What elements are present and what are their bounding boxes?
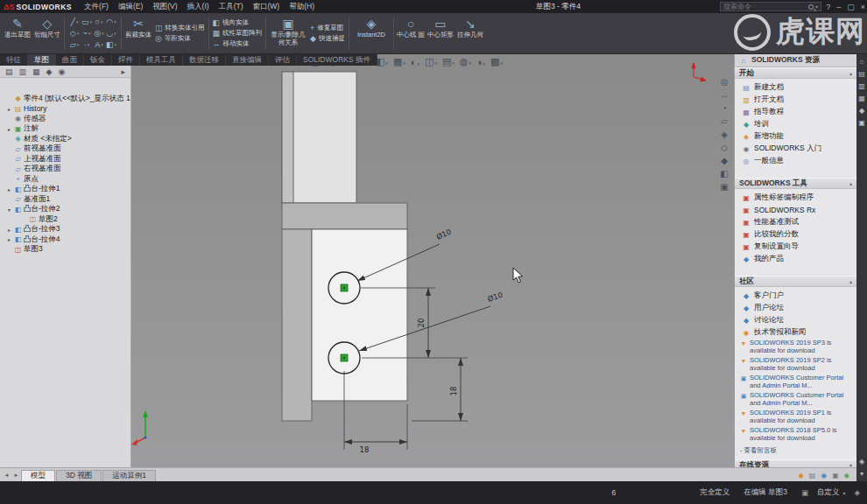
status-custom[interactable]: 自定义	[817, 487, 840, 498]
section-view-icon[interactable]: ◧▾	[376, 56, 388, 67]
search-chevron-icon[interactable]: ▾	[815, 4, 818, 10]
wireframe-icon[interactable]: ◇	[721, 143, 728, 152]
dimension-text-18h[interactable]: 18	[360, 445, 370, 454]
smart-dimension[interactable]: ◇ 智能尺寸	[32, 15, 62, 52]
expand-arrow-icon[interactable]: ▾	[6, 206, 12, 213]
expand-arrow-icon[interactable]: ▸	[6, 236, 12, 242]
training[interactable]: ◆ 培训	[735, 118, 856, 130]
graphics-viewport[interactable]: Ø10 Ø10 20 18 18 ▧▾ ◎▾ ⊕▾ ◔▾	[131, 54, 734, 481]
forum-tab-icon[interactable]: ◈	[859, 458, 864, 466]
expand-pane-icon[interactable]: ▸	[121, 67, 125, 76]
my-products[interactable]: ◆ 我的产品	[735, 253, 856, 265]
viewport-canvas[interactable]: Ø10 Ø10 20 18 18	[131, 54, 734, 481]
sketch-point-1[interactable]	[341, 284, 348, 291]
sync-tray-icon[interactable]: ◆	[799, 472, 804, 480]
technical-alerts-news[interactable]: ◉ 技术警报和新闻	[735, 326, 856, 339]
dimension-text-dia2[interactable]: Ø10	[486, 290, 504, 304]
tab-scroll-left-icon[interactable]: ◂	[2, 472, 11, 481]
news-link[interactable]: ▣ SOLIDWORKS Customer Portal and Admin P…	[735, 374, 856, 391]
hide-show-items-icon[interactable]: ◫▾	[425, 56, 437, 67]
tree-item-origin[interactable]: + 原点	[2, 174, 130, 185]
menu-item[interactable]: 窗口(W)	[252, 2, 279, 12]
text-icon[interactable]: A▾	[93, 39, 105, 51]
property-tab-builder[interactable]: ▣ 属性标签编制程序	[735, 192, 856, 204]
shaded-icon[interactable]: ◆	[721, 156, 728, 165]
tab-scroll-right-icon[interactable]: ▸	[11, 472, 21, 481]
model-face-slab[interactable]	[282, 203, 407, 229]
appearances-tab-icon[interactable]: ◆	[859, 107, 864, 115]
convert-entities[interactable]: ◫ 转换实体引用	[155, 24, 205, 32]
customer-portal[interactable]: ◆ 客户门户	[735, 290, 856, 302]
solidworks-rx[interactable]: ▣ SOLIDWORKS Rx	[735, 204, 856, 216]
performance-benchmark[interactable]: ▣ 性能基准测试	[735, 216, 856, 228]
general-information[interactable]: ◎ 一般信息	[735, 155, 856, 167]
search-input[interactable]	[723, 3, 807, 10]
expand-arrow-icon[interactable]: ▸	[6, 106, 12, 112]
dimension-text-dia1[interactable]: Ø10	[435, 228, 453, 242]
command-tab[interactable]: 钣金	[84, 54, 112, 66]
new-document[interactable]: ▤ 新建文档	[735, 81, 856, 94]
mirror-entities[interactable]: ◧ 镜向实体	[213, 18, 263, 27]
menu-item[interactable]: 帮助(H)	[289, 2, 314, 12]
command-tab[interactable]: SOLIDWORKS 插件	[297, 54, 377, 66]
help-button[interactable]: ?	[826, 3, 830, 11]
user-groups[interactable]: ◆ 用户论坛	[735, 302, 856, 314]
apply-scene-icon[interactable]: ◍▾	[460, 56, 471, 67]
tree-item-top-plane[interactable]: ▱ 上视基准面	[2, 154, 130, 164]
minimize-button[interactable]: –	[836, 3, 841, 11]
line-icon[interactable]: ╱▾	[68, 17, 81, 28]
expand-arrow-icon[interactable]: ▸	[6, 126, 12, 132]
mirror-tool-icon[interactable]: ◧▾	[105, 39, 117, 51]
command-tab[interactable]: 草图	[28, 54, 56, 66]
command-tab[interactable]: 焊件	[112, 54, 140, 66]
featuremanager-tab-icon[interactable]: ▤	[5, 67, 13, 76]
command-search[interactable]: ▾	[720, 2, 821, 11]
stretch-entities[interactable]: ↘ 拉伸几何	[455, 15, 485, 52]
discussion-forum[interactable]: ◆ 讨论论坛	[735, 314, 856, 326]
resources-tab-icon[interactable]: ⌂	[860, 58, 864, 66]
section-header-community[interactable]: 社区 ▴	[735, 276, 856, 287]
center-rectangle[interactable]: ▭ 中心矩形	[426, 15, 455, 52]
model-tab[interactable]: 运动算例1	[102, 470, 156, 481]
monitor-tray-icon[interactable]: ▣	[832, 472, 839, 480]
introducing-solidworks[interactable]: ◉ SOLIDWORKS 入门	[735, 143, 856, 155]
model-tab[interactable]: 模型	[21, 470, 55, 481]
close-button[interactable]: ×	[861, 3, 865, 11]
dimxpert-tab-icon[interactable]: ◆	[46, 67, 53, 76]
sketch-point-2[interactable]	[341, 354, 348, 361]
news-link[interactable]: ▼ SOLIDWORKS 2019 SP1 is available for d…	[735, 409, 856, 426]
section-header-online[interactable]: 在线资源 ▾	[735, 459, 856, 467]
camera-icon[interactable]: ▩▾	[490, 56, 503, 67]
tree-item-annotations[interactable]: ▸ ▣ 注解	[2, 124, 130, 135]
expand-arrow-icon[interactable]: ▸	[6, 186, 12, 192]
tree-item-sketch2[interactable]: ◫ 草图2	[2, 214, 130, 225]
custom-chevron-icon[interactable]: ▾	[842, 490, 845, 496]
tree-item-right-plane[interactable]: ▱ 右视基准面	[2, 164, 130, 175]
news-link[interactable]: ▣ SOLIDWORKS Customer Portal and Admin P…	[735, 391, 856, 409]
news-link[interactable]: ▼ SOLIDWORKS 2019 SP3 is available for d…	[735, 339, 856, 356]
plane-icon[interactable]: ▱▾	[68, 39, 81, 51]
custom-properties-tab-icon[interactable]: ▣	[858, 119, 865, 127]
trim-entities-button[interactable]: ✂ 剪裁实体	[123, 15, 153, 52]
compare-my-score[interactable]: ▣ 比较我的分数	[735, 228, 856, 241]
tree-item-boss-extrude1[interactable]: ▸ ◧ 凸台-拉伸1	[2, 185, 130, 195]
tree-item-boss-extrude4[interactable]: ▸ ◧ 凸台-拉伸4	[2, 234, 130, 245]
dimension-text-20[interactable]: 20	[417, 318, 426, 328]
move-entities[interactable]: ↔ 移动实体	[213, 39, 263, 48]
tree-item-history[interactable]: ▸ ▤ History	[2, 104, 130, 115]
view-settings-icon[interactable]: ◑▾	[476, 57, 485, 67]
rotate-view-icon[interactable]: ◔	[722, 103, 727, 113]
tree-item-sketch3[interactable]: ◫ 草图3	[2, 245, 130, 256]
ellipse-icon[interactable]: ◎▾	[93, 28, 105, 39]
help-tray-icon[interactable]: ◈	[844, 472, 849, 480]
instant2d-button[interactable]: ◈ Instant2D	[351, 15, 391, 52]
expand-arrow-icon[interactable]: ▸	[6, 227, 12, 233]
configurations-tab-icon[interactable]: ▦	[32, 67, 40, 76]
tree-item-plane1[interactable]: ▱ 基准面1	[2, 194, 130, 205]
quick-snaps[interactable]: ◆ 快速捕捉	[310, 34, 345, 43]
collapse-pane-icon[interactable]: ▾	[860, 470, 863, 478]
open-document[interactable]: ▥ 打开文档	[735, 94, 856, 106]
display-delete-relations-button[interactable]: ▣ 显示/删除几何关系	[268, 15, 308, 52]
maximize-button[interactable]: ▢	[847, 3, 855, 11]
repair-sketch[interactable]: + 修复草图	[310, 24, 345, 32]
